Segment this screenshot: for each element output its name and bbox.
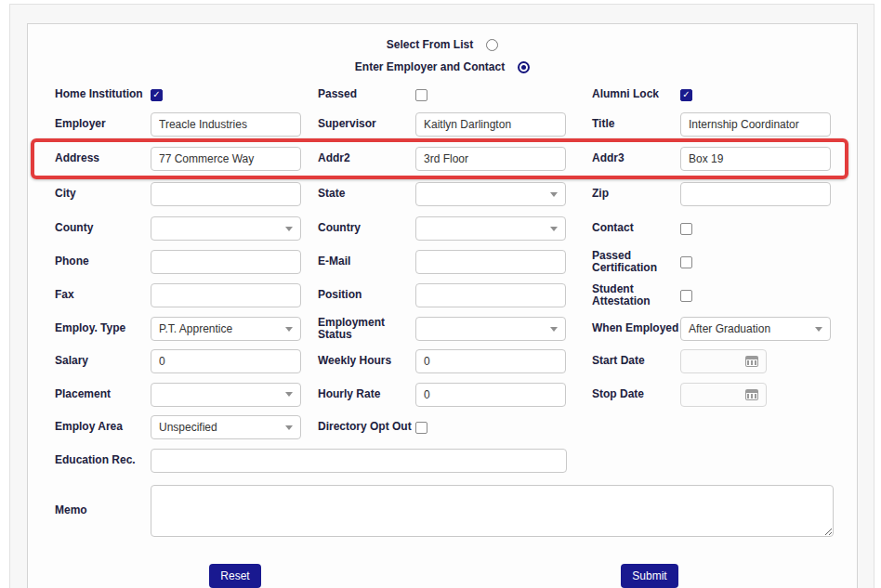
city-input[interactable] bbox=[151, 182, 301, 206]
button-row: Reset Submit bbox=[28, 564, 857, 588]
education-rec-input[interactable] bbox=[151, 449, 567, 473]
position-input[interactable] bbox=[415, 283, 566, 307]
addr2-input[interactable] bbox=[415, 147, 566, 171]
addr3-label: Addr3 bbox=[592, 152, 680, 164]
addr3-field: Addr3 bbox=[592, 147, 832, 171]
zip-input[interactable] bbox=[680, 182, 831, 206]
hourly-rate-field: Hourly Rate bbox=[318, 383, 592, 407]
chevron-down-icon bbox=[550, 327, 558, 332]
employ-type-select[interactable]: P.T. Apprentice bbox=[151, 317, 301, 341]
contact-label: Contact bbox=[592, 222, 680, 234]
salary-input[interactable] bbox=[151, 349, 301, 373]
title-label: Title bbox=[592, 118, 680, 130]
phone-field: Phone bbox=[55, 250, 318, 274]
chevron-down-icon bbox=[550, 192, 558, 197]
contact-checkbox[interactable] bbox=[680, 223, 692, 235]
form-row: Employ. TypeP.T. ApprenticeEmployment St… bbox=[28, 312, 857, 346]
form-row: CityStateZip bbox=[28, 176, 857, 212]
weekly-hours-input[interactable] bbox=[415, 349, 566, 373]
passed-certification-field: Passed Certification bbox=[592, 250, 832, 274]
start-date-label: Start Date bbox=[592, 355, 680, 367]
zip-field: Zip bbox=[592, 182, 832, 206]
passed-certification-checkbox[interactable] bbox=[680, 256, 692, 268]
placement-select[interactable] bbox=[151, 383, 301, 407]
when-employed-selected-value: After Graduation bbox=[689, 322, 770, 335]
calendar-icon[interactable] bbox=[745, 356, 758, 367]
reset-button[interactable]: Reset bbox=[209, 564, 260, 588]
employer-field: Employer bbox=[55, 112, 318, 137]
addr2-field: Addr2 bbox=[318, 147, 592, 171]
address-label: Address bbox=[55, 152, 151, 164]
placement-label: Placement bbox=[55, 388, 151, 400]
when-employed-select[interactable]: After Graduation bbox=[680, 317, 831, 341]
student-attestation-checkbox[interactable] bbox=[680, 290, 692, 302]
alumni-lock-field: Alumni Lock bbox=[592, 88, 832, 100]
form-row: Home InstitutionPassedAlumni Lock bbox=[28, 82, 857, 108]
employment-status-label: Employment Status bbox=[318, 317, 415, 341]
employ-area-select[interactable]: Unspecified bbox=[151, 415, 301, 439]
phone-input[interactable] bbox=[151, 250, 301, 274]
form-row: EmployerSupervisorTitle bbox=[28, 108, 857, 141]
position-field: Position bbox=[318, 283, 592, 307]
enter-employer-and-contact-radio[interactable] bbox=[518, 61, 530, 73]
home-institution-label: Home Institution bbox=[55, 88, 151, 100]
state-label: State bbox=[318, 188, 415, 200]
fax-input[interactable] bbox=[151, 283, 301, 307]
weekly-hours-field: Weekly Hours bbox=[318, 349, 592, 373]
city-label: City bbox=[55, 188, 151, 200]
employ-type-label: Employ. Type bbox=[55, 322, 151, 334]
enter-employer-and-contact-label: Enter Employer and Contact bbox=[355, 60, 505, 73]
start-date-date-input[interactable] bbox=[680, 349, 767, 373]
when-employed-field: When EmployedAfter Graduation bbox=[592, 317, 832, 341]
chevron-down-icon bbox=[285, 425, 293, 430]
home-institution-checkbox[interactable] bbox=[151, 89, 163, 101]
employment-status-field: Employment Status bbox=[318, 317, 592, 341]
weekly-hours-label: Weekly Hours bbox=[318, 355, 415, 367]
email-input[interactable] bbox=[415, 250, 566, 274]
employer-input[interactable] bbox=[151, 112, 301, 137]
directory-opt-out-checkbox[interactable] bbox=[415, 422, 427, 434]
title-input[interactable] bbox=[680, 112, 831, 137]
country-field: Country bbox=[318, 216, 592, 241]
directory-opt-out-label: Directory Opt Out bbox=[318, 421, 415, 433]
passed-field: Passed bbox=[318, 88, 592, 100]
supervisor-input[interactable] bbox=[415, 112, 566, 137]
student-attestation-label: Student Attestation bbox=[592, 283, 680, 307]
county-select[interactable] bbox=[151, 216, 301, 241]
calendar-icon[interactable] bbox=[745, 389, 758, 400]
country-select[interactable] bbox=[415, 216, 566, 241]
supervisor-field: Supervisor bbox=[318, 112, 592, 137]
education-rec-field: Education Rec. bbox=[55, 449, 567, 473]
address-field: Address bbox=[55, 147, 318, 171]
passed-label: Passed bbox=[318, 88, 415, 100]
employ-area-field: Employ AreaUnspecified bbox=[55, 415, 318, 439]
memo-textarea[interactable] bbox=[151, 485, 834, 537]
select-from-list-radio[interactable] bbox=[486, 39, 498, 51]
country-label: Country bbox=[318, 222, 415, 234]
employment-status-select[interactable] bbox=[415, 317, 566, 341]
salary-label: Salary bbox=[55, 355, 151, 367]
chevron-down-icon bbox=[285, 227, 293, 231]
address-input[interactable] bbox=[151, 147, 301, 171]
form-row: PhoneE-MailPassed Certification bbox=[28, 245, 857, 279]
state-select[interactable] bbox=[415, 182, 566, 206]
stop-date-field: Stop Date bbox=[592, 383, 832, 407]
submit-button[interactable]: Submit bbox=[621, 564, 677, 588]
passed-checkbox[interactable] bbox=[415, 89, 427, 101]
contact-field: Contact bbox=[592, 222, 832, 234]
alumni-lock-checkbox[interactable] bbox=[680, 89, 692, 101]
stop-date-date-input[interactable] bbox=[680, 383, 767, 407]
supervisor-label: Supervisor bbox=[318, 118, 415, 130]
select-from-list-label: Select From List bbox=[387, 38, 473, 51]
form-fields: Home InstitutionPassedAlumni LockEmploye… bbox=[28, 82, 857, 543]
chevron-down-icon bbox=[815, 327, 822, 332]
employer-label: Employer bbox=[55, 118, 151, 130]
state-field: State bbox=[318, 182, 592, 206]
hourly-rate-input[interactable] bbox=[415, 383, 566, 407]
employment-form-panel: Select From ListEnter Employer and Conta… bbox=[27, 23, 858, 588]
address-row-highlighted: AddressAddr2Addr3 bbox=[28, 141, 857, 176]
addr2-label: Addr2 bbox=[318, 152, 415, 164]
form-row: FaxPositionStudent Attestation bbox=[28, 279, 857, 312]
addr3-input[interactable] bbox=[680, 147, 831, 171]
when-employed-label: When Employed bbox=[592, 322, 680, 334]
